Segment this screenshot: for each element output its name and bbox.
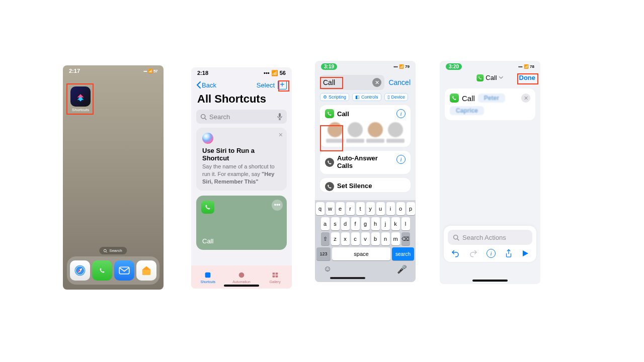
tab-gallery[interactable]: Gallery: [258, 265, 292, 289]
shortcut-title[interactable]: Call: [476, 74, 503, 81]
key-l[interactable]: l: [401, 217, 410, 230]
backspace-key[interactable]: ⌫: [401, 232, 410, 245]
key-c[interactable]: c: [351, 232, 360, 245]
status-indicators: ••• 📶 56: [264, 70, 286, 76]
key-g[interactable]: g: [361, 217, 370, 230]
dock-home[interactable]: [136, 260, 156, 281]
screenshot-home: 2:17 ••• 📶 57 Shortcuts Search: [63, 65, 164, 290]
result-auto-answer[interactable]: Auto-Answer Calls i: [320, 151, 411, 174]
key-f[interactable]: f: [351, 217, 360, 230]
phone-icon: [201, 201, 214, 214]
emoji-key[interactable]: ☺: [324, 264, 332, 274]
shortcut-card-call[interactable]: ••• Call: [196, 196, 287, 250]
key-d[interactable]: d: [341, 217, 350, 230]
home-indicator: [224, 285, 259, 287]
screenshot-search-call: 3:19 ••• 📶 79 Call ✕ Cancel ⚙ Scripting …: [315, 61, 416, 282]
shift-key[interactable]: ⇧: [321, 232, 330, 245]
status-bar: 3:19 ••• 📶 79: [315, 61, 416, 72]
key-b[interactable]: b: [371, 232, 380, 245]
cancel-button[interactable]: Cancel: [388, 78, 411, 86]
chip-device[interactable]: ▯ Device: [384, 93, 409, 101]
share-button[interactable]: [505, 249, 513, 258]
svg-point-10: [239, 272, 245, 278]
search-input[interactable]: Search: [196, 110, 287, 124]
key-r[interactable]: r: [346, 202, 355, 215]
svg-rect-13: [272, 275, 275, 277]
search-actions-input[interactable]: Search Actions: [448, 230, 532, 245]
tab-shortcuts[interactable]: Shortcuts: [191, 265, 225, 289]
search-key[interactable]: search: [392, 247, 414, 260]
info-icon[interactable]: i: [396, 109, 406, 118]
siri-tip-desc: Say the name of a shortcut to run it. Fo…: [202, 163, 281, 186]
svg-point-6: [201, 114, 205, 118]
key-k[interactable]: k: [391, 217, 400, 230]
editor-bottom-bar: Search Actions i: [444, 226, 536, 262]
undo-button[interactable]: [451, 249, 460, 258]
key-x[interactable]: x: [341, 232, 350, 245]
dock-mail[interactable]: [114, 260, 134, 281]
key-n[interactable]: n: [381, 232, 390, 245]
key-t[interactable]: t: [356, 202, 365, 215]
spotlight-search[interactable]: Search: [99, 247, 127, 254]
phone-settings-icon: [325, 182, 334, 191]
space-key[interactable]: space: [332, 247, 390, 260]
key-w[interactable]: w: [326, 202, 335, 215]
svg-rect-14: [275, 275, 278, 277]
filter-chips: ⚙ Scripting ◧ Controls ▯ Device: [315, 93, 416, 101]
siri-icon: [202, 133, 213, 144]
chip-controls[interactable]: ◧ Controls: [352, 93, 381, 101]
key-j[interactable]: j: [381, 217, 390, 230]
done-button[interactable]: Done: [519, 74, 536, 81]
contact-token[interactable]: Caprice: [450, 106, 484, 115]
status-bar: 3:20 ••• 📶 78: [440, 61, 540, 72]
key-s[interactable]: s: [331, 217, 340, 230]
remove-action-icon[interactable]: ✕: [521, 94, 530, 103]
key-u[interactable]: u: [376, 202, 385, 215]
numbers-key[interactable]: 123: [316, 247, 331, 260]
svg-point-0: [104, 249, 106, 252]
status-time: 2:17: [69, 68, 80, 74]
svg-rect-5: [119, 267, 129, 274]
contact-suggestion[interactable]: [326, 122, 344, 143]
search-input[interactable]: Call ✕: [320, 75, 384, 90]
status-bar: 2:18 ••• 📶 56: [191, 67, 292, 78]
contact-suggestion[interactable]: [386, 122, 405, 143]
keyboard[interactable]: qwertyuiop asdfghjkl ⇧ zxcvbnm ⌫ 123 spa…: [315, 200, 416, 282]
info-icon[interactable]: i: [396, 155, 406, 164]
add-button[interactable]: +: [278, 80, 287, 89]
select-button[interactable]: Select: [257, 81, 275, 89]
result-call[interactable]: Call i: [320, 105, 411, 147]
key-v[interactable]: v: [361, 232, 370, 245]
run-button[interactable]: [521, 249, 529, 257]
contact-suggestion[interactable]: [346, 122, 364, 143]
action-call[interactable]: Call Peter ✕ Caprice: [445, 88, 535, 120]
app-shortcuts[interactable]: Shortcuts: [69, 86, 92, 112]
key-q[interactable]: q: [316, 202, 325, 215]
key-m[interactable]: m: [391, 232, 400, 245]
key-a[interactable]: a: [321, 217, 330, 230]
status-indicators: ••• 📶 57: [143, 69, 157, 73]
clear-icon[interactable]: ✕: [372, 78, 381, 87]
contact-token[interactable]: Peter: [478, 94, 505, 103]
close-icon[interactable]: ×: [279, 131, 283, 139]
phone-icon: [325, 109, 334, 118]
contact-suggestion[interactable]: [366, 122, 384, 143]
status-indicators: ••• 📶 78: [518, 64, 534, 69]
more-icon[interactable]: •••: [272, 200, 283, 211]
key-o[interactable]: o: [396, 202, 405, 215]
key-y[interactable]: y: [366, 202, 375, 215]
key-i[interactable]: i: [386, 202, 395, 215]
redo-button[interactable]: [469, 249, 478, 258]
result-set-silence[interactable]: Set Silence: [320, 178, 411, 192]
back-button[interactable]: Back: [196, 81, 216, 89]
chip-scripting[interactable]: ⚙ Scripting: [320, 93, 349, 101]
dictate-icon[interactable]: [277, 113, 283, 121]
key-h[interactable]: h: [371, 217, 380, 230]
key-e[interactable]: e: [336, 202, 345, 215]
dictate-key[interactable]: 🎤: [397, 264, 407, 274]
key-p[interactable]: p: [407, 202, 415, 215]
dock-safari[interactable]: [70, 260, 90, 281]
dock-phone[interactable]: [92, 260, 112, 281]
info-button[interactable]: i: [487, 249, 496, 258]
key-z[interactable]: z: [331, 232, 340, 245]
